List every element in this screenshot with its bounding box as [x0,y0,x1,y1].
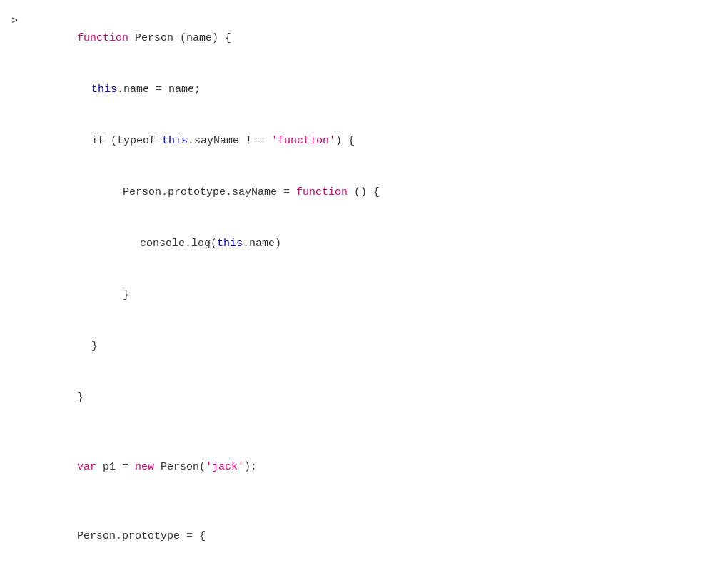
no-arrow-4 [57,167,69,184]
no-arrow-8 [11,372,23,390]
code-line-5: console.log(this.name) [0,218,728,270]
text-5b: .name) [243,238,281,250]
code-block: > function Person (name) { this.name = n… [0,7,728,578]
text-5a: console.log( [140,238,217,250]
code-line-6: } [0,270,728,321]
keyword-this-3: this [162,135,188,147]
code-container: > function Person (name) { this.name = n… [0,0,728,578]
line-content-6: } [71,270,717,321]
no-arrow-10 [11,442,23,459]
text-6: } [123,289,129,301]
text-4a: Person.prototype.sayName = [123,186,296,198]
no-arrow-12 [11,511,23,528]
text-3a: if (typeof [91,135,162,147]
line-content-2: this.name = name; [40,64,717,116]
keyword-var-10: var [77,461,96,473]
line-content-12: Person.prototype = { [26,511,717,562]
code-line-8: } [0,372,728,424]
keyword-function-1: function [77,32,128,44]
keyword-this-5: this [217,238,243,250]
line-content-9 [26,424,717,441]
arrow-indicator: > [11,13,23,30]
no-arrow-7 [26,321,37,338]
no-arrow-3 [26,116,37,133]
code-line-13: constructor: Person, [0,562,728,578]
string-jack-10: 'jack' [206,461,244,473]
code-line-9 [0,424,728,442]
no-arrow-13 [26,562,37,578]
code-line-4: Person.prototype.sayName = function () { [0,167,728,218]
line-content-7: } [40,321,717,372]
keyword-this-2: this [91,83,117,96]
text-1: Person (name) { [128,32,231,44]
string-function-3: 'function' [271,135,335,147]
text-10b: Person( [154,461,206,473]
no-arrow-6 [57,270,69,287]
text-10c: ); [244,461,257,473]
no-arrow-2 [26,64,37,81]
no-arrow-9 [11,424,23,441]
line-content-4: Person.prototype.sayName = function () { [71,167,717,218]
text-3c: ) { [335,135,355,147]
text-8: } [77,392,84,404]
code-line-7: } [0,321,728,372]
text-10a: p1 = [96,461,135,473]
text-2: .name = name; [117,83,201,96]
code-line-12: Person.prototype = { [0,511,728,562]
keyword-function-4: function [296,186,348,198]
keyword-new-10: new [135,461,154,473]
code-line-11 [0,493,728,511]
line-content-8: } [26,372,717,424]
line-content-1: function Person (name) { [26,13,717,64]
code-line-2: this.name = name; [0,64,728,116]
line-content-5: console.log(this.name) [89,218,717,270]
code-line-10: var p1 = new Person('jack'); [0,442,728,493]
line-content-11 [26,493,717,510]
text-12: Person.prototype = { [77,530,206,542]
text-3b: .sayName !== [188,135,271,147]
no-arrow-11 [11,493,23,510]
code-line-3: if (typeof this.sayName !== 'function') … [0,116,728,167]
text-7: } [91,340,98,353]
text-4b: () { [348,186,380,198]
code-line-1: > function Person (name) { [0,13,728,64]
line-content-10: var p1 = new Person('jack'); [26,442,717,493]
no-arrow-5 [74,218,86,235]
line-content-3: if (typeof this.sayName !== 'function') … [40,116,717,167]
line-content-13: constructor: Person, [40,562,717,578]
